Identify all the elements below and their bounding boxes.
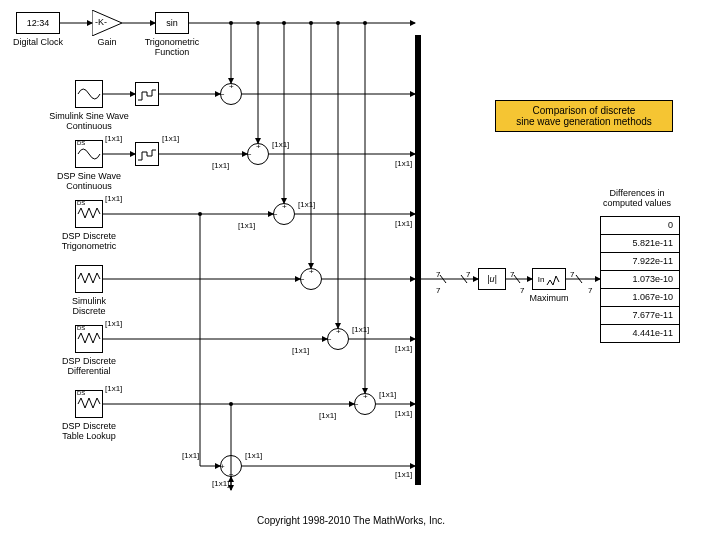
sig-dim: 7 [520, 286, 524, 295]
svg-line-32 [440, 275, 446, 283]
svg-point-9 [336, 21, 340, 25]
sum-block[interactable] [300, 268, 322, 290]
sig-dim: [1x1] [182, 451, 199, 460]
sig-dim: [1x1] [105, 384, 122, 393]
sum-block[interactable] [220, 83, 242, 105]
prefix: DS [77, 200, 85, 206]
sig-dim: [1x1] [319, 411, 336, 420]
display-row: 5.821e-11 [601, 235, 679, 253]
sig-dim: 7 [466, 270, 470, 279]
sum-block[interactable] [247, 143, 269, 165]
svg-point-5 [229, 21, 233, 25]
sig-dim: [1x1] [212, 161, 229, 170]
mux-block[interactable] [415, 35, 421, 485]
sig-dim: 7 [510, 270, 514, 279]
source-label: Simulink Sine Wave Continuous [48, 111, 130, 132]
source-label: DSP Discrete Differential [48, 356, 130, 377]
source-block[interactable]: DS [75, 200, 103, 228]
sig-dim: 7 [588, 286, 592, 295]
source-block[interactable]: DS [75, 140, 103, 168]
sig-dim: 7 [436, 270, 440, 279]
display-title: Differences in computed values [592, 188, 682, 209]
sig-dim: [1x1] [272, 140, 289, 149]
abs-block[interactable]: |u| [478, 268, 506, 290]
svg-point-10 [363, 21, 367, 25]
sig-dim: [1x1] [162, 134, 179, 143]
sig-dim: [1x1] [212, 479, 229, 488]
source-label: DSP Discrete Trigonometric [48, 231, 130, 252]
sig-dim: 7 [436, 286, 440, 295]
sig-dim: [1x1] [245, 451, 262, 460]
sig-dim: 7 [570, 270, 574, 279]
sig-dim: [1x1] [298, 200, 315, 209]
trig-fn: sin [166, 18, 178, 28]
sig-dim: [1x1] [105, 134, 122, 143]
source-block[interactable]: DS [75, 325, 103, 353]
sig-dim: [1x1] [105, 194, 122, 203]
display-block[interactable]: 0 5.821e-11 7.922e-11 1.073e-10 1.067e-1… [600, 216, 680, 343]
digital-clock-block[interactable]: 12:34 [16, 12, 60, 34]
svg-point-8 [309, 21, 313, 25]
wires [0, 0, 702, 546]
max-in: In [538, 275, 545, 284]
gain-block[interactable]: -K- [92, 10, 122, 36]
svg-point-6 [256, 21, 260, 25]
sig-dim: [1x1] [379, 390, 396, 399]
source-label: DSP Discrete Table Lookup [48, 421, 130, 442]
source-block[interactable]: DS [75, 390, 103, 418]
svg-point-7 [282, 21, 286, 25]
annotation-box: Comparison of discrete sine wave generat… [495, 100, 673, 132]
sig-dim: [1x1] [395, 470, 412, 479]
sig-dim: [1x1] [238, 221, 255, 230]
zoh-block[interactable] [135, 142, 159, 166]
svg-line-34 [514, 275, 520, 283]
abs-symbol: |u| [487, 274, 497, 284]
gain-symbol: -K- [95, 17, 107, 27]
display-row: 7.922e-11 [601, 253, 679, 271]
clock-value: 12:34 [27, 18, 50, 28]
sum-block[interactable] [273, 203, 295, 225]
display-row: 4.441e-11 [601, 325, 679, 342]
sum-block[interactable] [354, 393, 376, 415]
display-row: 7.677e-11 [601, 307, 679, 325]
source-block[interactable] [75, 80, 103, 108]
digital-clock-label: Digital Clock [3, 37, 73, 47]
display-row: 0 [601, 217, 679, 235]
sig-dim: [1x1] [395, 409, 412, 418]
sum-block[interactable] [327, 328, 349, 350]
svg-point-26 [229, 402, 233, 406]
display-row: 1.067e-10 [601, 289, 679, 307]
prefix: DS [77, 140, 85, 146]
display-row: 1.073e-10 [601, 271, 679, 289]
trig-label: Trigonometric Function [140, 37, 204, 58]
sig-dim: [1x1] [395, 159, 412, 168]
max-block[interactable]: In [532, 268, 566, 290]
gain-label: Gain [93, 37, 121, 47]
source-label: DSP Sine Wave Continuous [48, 171, 130, 192]
sig-dim: [1x1] [292, 346, 309, 355]
copyright: Copyright 1998-2010 The MathWorks, Inc. [0, 515, 702, 527]
svg-line-35 [576, 275, 582, 283]
trig-block[interactable]: sin [155, 12, 189, 34]
sig-dim: [1x1] [352, 325, 369, 334]
sig-dim: [1x1] [395, 219, 412, 228]
sig-dim: [1x1] [105, 319, 122, 328]
max-label: Maximum [525, 293, 573, 303]
prefix: DS [77, 390, 85, 396]
source-block[interactable] [75, 265, 103, 293]
svg-point-19 [198, 212, 202, 216]
zoh-block[interactable] [135, 82, 159, 106]
source-label: Simulink Discrete [48, 296, 130, 317]
sig-dim: [1x1] [395, 344, 412, 353]
prefix: DS [77, 325, 85, 331]
sum-block[interactable] [220, 455, 242, 477]
